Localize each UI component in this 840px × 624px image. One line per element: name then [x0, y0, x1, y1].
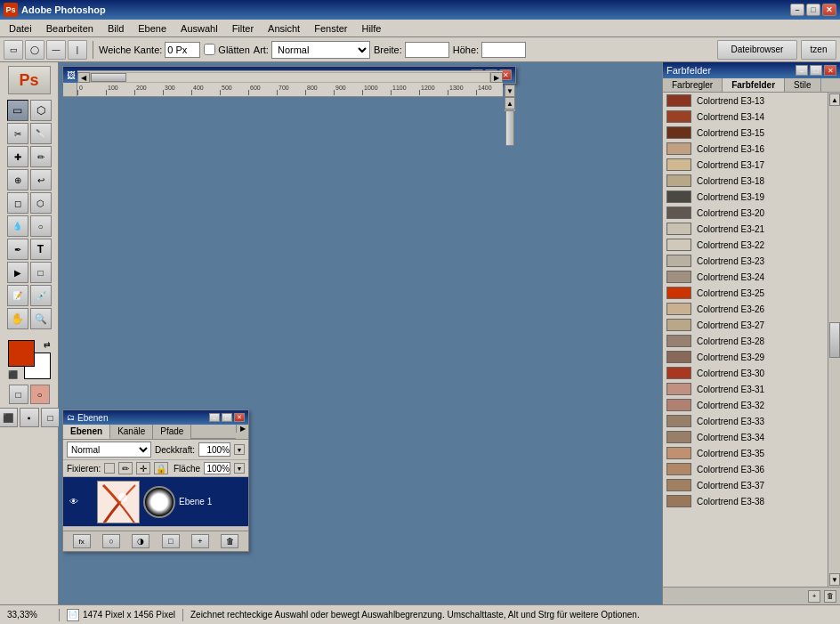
layers-close-btn[interactable]: ✕	[234, 413, 245, 422]
swatch-item-13[interactable]: Colortrend E3-26	[663, 301, 828, 317]
swatch-item-5[interactable]: Colortrend E3-18	[663, 173, 828, 189]
tool-lasso[interactable]: ⬡	[30, 100, 52, 121]
layer-eye-0[interactable]: 👁	[67, 495, 81, 509]
close-button[interactable]: ✕	[822, 4, 836, 16]
toolbar-marquee-row[interactable]: —	[46, 40, 66, 60]
minimize-button[interactable]: –	[790, 4, 804, 16]
swatches-scrollbar[interactable]: ▲ ▼	[828, 93, 840, 587]
standard-mode-btn[interactable]: □	[9, 385, 28, 404]
swatch-item-9[interactable]: Colortrend E3-22	[663, 237, 828, 253]
hoehe-input[interactable]	[481, 42, 526, 58]
tool-clone[interactable]: ⊕	[7, 169, 28, 190]
toolbar-marquee-col[interactable]: |	[68, 40, 87, 60]
swatch-item-16[interactable]: Colortrend E3-29	[663, 349, 828, 365]
screen-mode-full[interactable]: □	[41, 408, 61, 427]
swatch-item-17[interactable]: Colortrend E3-30	[663, 365, 828, 381]
opacity-input[interactable]	[198, 442, 230, 457]
lock-all[interactable]: 🔒	[154, 462, 168, 474]
toolbar-marquee-ellipse[interactable]: ◯	[25, 40, 44, 60]
menu-bearbeiten[interactable]: Bearbeiten	[41, 22, 99, 35]
toolbar-marquee-rect[interactable]: ▭	[4, 40, 23, 60]
maximize-button[interactable]: □	[806, 4, 820, 16]
swatches-maximize-btn[interactable]: □	[810, 65, 822, 76]
lock-image-pixels[interactable]: ✏	[118, 462, 133, 474]
swatch-item-21[interactable]: Colortrend E3-34	[663, 429, 828, 445]
layer-fx-btn[interactable]: fx	[73, 534, 91, 548]
tool-pen[interactable]: ✒	[7, 239, 28, 260]
foreground-color-swatch[interactable]	[8, 340, 35, 367]
swatch-item-2[interactable]: Colortrend E3-15	[663, 125, 828, 141]
layer-item-0[interactable]: 👁 Ebene 1	[63, 477, 248, 527]
menu-ebene[interactable]: Ebene	[133, 22, 172, 35]
swatch-item-25[interactable]: Colortrend E3-38	[663, 493, 828, 509]
tool-notes[interactable]: 📝	[7, 285, 28, 306]
doc-scrollbar-horizontal[interactable]: ◀ ▶	[77, 70, 503, 83]
swatch-item-19[interactable]: Colortrend E3-32	[663, 397, 828, 413]
tool-shape[interactable]: □	[30, 262, 52, 283]
tab-kanaele[interactable]: Kanäle	[110, 425, 153, 439]
swatch-item-18[interactable]: Colortrend E3-31	[663, 381, 828, 397]
tool-zoom[interactable]: 🔍	[30, 308, 52, 329]
tool-marquee[interactable]: ▭	[7, 100, 28, 121]
layer-adjustment-btn[interactable]: ◑	[132, 534, 149, 548]
tab-stile[interactable]: Stile	[785, 78, 820, 92]
tool-history-brush[interactable]: ↩	[30, 169, 52, 190]
menu-hilfe[interactable]: Hilfe	[356, 22, 386, 35]
tab-farbregler[interactable]: Farbregler	[663, 78, 723, 92]
tool-heal[interactable]: ✚	[7, 146, 28, 167]
swatch-item-12[interactable]: Colortrend E3-25	[663, 285, 828, 301]
menu-filter[interactable]: Filter	[227, 22, 259, 35]
breite-input[interactable]	[405, 42, 449, 58]
opacity-arrow[interactable]: ▼	[234, 444, 245, 455]
datei-browser-button[interactable]: Dateibrowser	[717, 40, 797, 60]
switch-colors-icon[interactable]: ⇄	[44, 340, 51, 349]
swatch-item-20[interactable]: Colortrend E3-33	[663, 413, 828, 429]
tool-dodge[interactable]: ○	[30, 215, 52, 237]
screen-mode-full-menu[interactable]: ▪	[20, 408, 39, 427]
swatch-item-14[interactable]: Colortrend E3-27	[663, 317, 828, 333]
swatch-item-22[interactable]: Colortrend E3-35	[663, 445, 828, 461]
swatch-item-7[interactable]: Colortrend E3-20	[663, 205, 828, 221]
lock-position[interactable]: ✛	[136, 462, 150, 474]
tool-hand[interactable]: ✋	[7, 308, 28, 329]
tool-type[interactable]: T	[30, 239, 52, 260]
layers-minimize-btn[interactable]: –	[209, 413, 220, 422]
fill-arrow[interactable]: ▼	[234, 463, 245, 474]
tool-blur[interactable]: 💧	[7, 215, 28, 237]
glatten-checkbox[interactable]	[204, 44, 215, 55]
tool-crop[interactable]: ✂	[7, 123, 28, 144]
lock-transparent-pixels[interactable]	[104, 463, 115, 474]
swatch-item-10[interactable]: Colortrend E3-23	[663, 253, 828, 269]
swatch-item-1[interactable]: Colortrend E3-14	[663, 109, 828, 125]
swatch-item-24[interactable]: Colortrend E3-37	[663, 477, 828, 493]
tool-eraser[interactable]: ◻	[7, 192, 28, 214]
menu-datei[interactable]: Datei	[4, 22, 37, 35]
swatch-item-23[interactable]: Colortrend E3-36	[663, 461, 828, 477]
swatches-delete-btn[interactable]: 🗑	[824, 590, 836, 603]
layer-link-0[interactable]	[83, 496, 95, 508]
tool-brush[interactable]: ✏	[30, 146, 52, 167]
art-select[interactable]: Normal Festes Verhältnis Feste Größe	[271, 41, 370, 59]
layer-group-btn[interactable]: □	[162, 534, 180, 548]
swatch-item-4[interactable]: Colortrend E3-17	[663, 157, 828, 173]
tool-path-select[interactable]: ▶	[7, 262, 28, 283]
menu-ansicht[interactable]: Ansicht	[262, 22, 305, 35]
swatch-item-8[interactable]: Colortrend E3-21	[663, 221, 828, 237]
swatch-item-11[interactable]: Colortrend E3-24	[663, 269, 828, 285]
tool-slice[interactable]: 🔪	[30, 123, 52, 144]
layer-delete-btn[interactable]: 🗑	[221, 534, 238, 548]
swatch-item-0[interactable]: Colortrend E3-13	[663, 93, 828, 109]
swatch-item-6[interactable]: Colortrend E3-19	[663, 189, 828, 205]
swatch-item-15[interactable]: Colortrend E3-28	[663, 333, 828, 349]
menu-bild[interactable]: Bild	[102, 22, 129, 35]
layer-mask-btn[interactable]: ○	[102, 534, 120, 548]
swatches-minimize-btn[interactable]: –	[796, 65, 808, 76]
swatches-close-btn[interactable]: ✕	[824, 65, 836, 76]
tool-fill[interactable]: ⬡	[30, 192, 52, 214]
swatches-add-btn[interactable]: +	[808, 590, 820, 603]
menu-auswahl[interactable]: Auswahl	[175, 22, 223, 35]
screen-mode-normal[interactable]: ⬛	[0, 408, 18, 427]
tzen-button[interactable]: tzen	[801, 40, 836, 60]
menu-fenster[interactable]: Fenster	[309, 22, 352, 35]
tab-farbfelder[interactable]: Farbfelder	[723, 78, 785, 92]
